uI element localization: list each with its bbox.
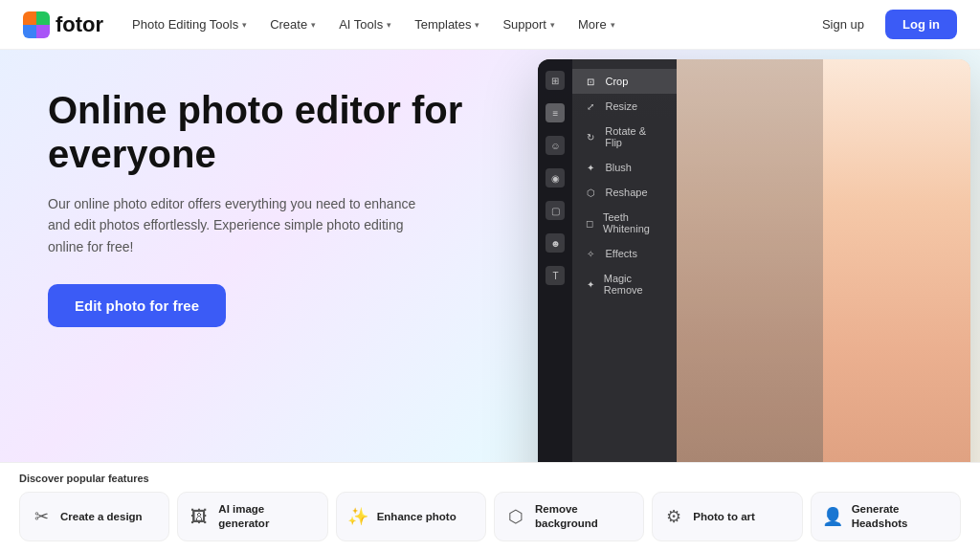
nav-item-label: Create [270,17,307,32]
sidebar-icon-face[interactable]: ☺ [546,136,565,155]
logo-icon [23,11,50,38]
feature-card-2[interactable]: ✨ Enhance photo [336,492,486,541]
sidebar-menu-item-blush[interactable]: ✦Blush [572,155,676,180]
feature-label-4: Photo to art [693,510,755,524]
nav-item-label: Templates [414,17,471,32]
sidebar-menu-item-rotate-&-flip[interactable]: ↻Rotate & Flip [572,119,676,155]
sidebar-menu-item-resize[interactable]: ⤢Resize [572,94,676,119]
nav-right: Sign up Log in [811,10,957,39]
feature-icon-3: ⬡ [504,506,527,527]
nav-item-label: More [578,17,607,32]
nav-item-label: AI Tools [339,17,383,32]
sidebar-icon-adjust[interactable]: ≡ [546,103,565,122]
feature-label-5: Generate Headshots [852,502,950,531]
chevron-down-icon: ▾ [475,20,479,30]
menu-icon: ⊡ [584,77,597,87]
features-bar: Discover popular features ✂ Create a des… [0,462,980,551]
menu-item-label: Magic Remove [604,273,665,296]
sidebar-icon-eye[interactable]: ◉ [546,168,565,187]
nav-links: Photo Editing Tools▾Create▾AI Tools▾Temp… [122,11,811,37]
hero-title: Online photo editor for everyone [48,88,471,176]
hero-description: Our online photo editor offers everythin… [48,193,431,257]
feature-label-3: Remove background [535,502,634,531]
nav-item-support[interactable]: Support▾ [493,11,565,37]
menu-icon: ✦ [584,279,595,290]
feature-card-5[interactable]: 👤 Generate Headshots [811,492,961,541]
feature-icon-1: 🖼 [188,507,211,527]
feature-card-1[interactable]: 🖼 AI image generator [177,492,327,541]
features-section-label: Discover popular features [19,473,961,484]
sidebar-menu-item-teeth-whitening[interactable]: ◻Teeth Whitening [572,205,676,241]
sidebar-icon-crop[interactable]: ⊞ [546,71,565,90]
nav-item-more[interactable]: More▾ [568,11,625,37]
nav-item-templates[interactable]: Templates▾ [405,11,489,37]
sidebar-icon-frame[interactable]: ▢ [546,201,565,220]
sidebar-menu-item-effects[interactable]: ✧Effects [572,241,676,266]
sidebar-icon-people[interactable]: ☻ [546,233,565,253]
feature-label-1: AI image generator [218,502,317,531]
feature-icon-4: ⚙ [662,506,685,527]
menu-icon: ✧ [584,249,597,259]
menu-icon: ◻ [584,218,595,229]
feature-icon-0: ✂ [30,506,53,527]
feature-label-0: Create a design [60,510,143,524]
feature-card-4[interactable]: ⚙ Photo to art [652,492,802,541]
login-button[interactable]: Log in [885,10,957,39]
feature-card-0[interactable]: ✂ Create a design [19,492,169,541]
menu-item-label: Effects [605,248,636,259]
feature-label-2: Enhance photo [377,510,457,524]
feature-icon-2: ✨ [346,506,369,527]
chevron-down-icon: ▾ [550,20,555,30]
chevron-down-icon: ▾ [242,20,247,30]
nav-item-photo-editing-tools[interactable]: Photo Editing Tools▾ [122,11,256,37]
edit-photo-button[interactable]: Edit photo for free [48,284,226,327]
menu-icon: ✦ [584,163,597,173]
navbar: fotor Photo Editing Tools▾Create▾AI Tool… [0,0,980,50]
nav-item-ai-tools[interactable]: AI Tools▾ [329,11,401,37]
sidebar-menu-item-crop[interactable]: ⊡Crop [572,69,676,94]
signup-button[interactable]: Sign up [811,11,876,37]
sidebar-menu-item-magic-remove[interactable]: ✦Magic Remove [572,266,676,302]
feature-icon-5: 👤 [821,506,844,527]
logo-text: fotor [56,12,103,37]
menu-item-label: Resize [605,100,637,112]
logo[interactable]: fotor [23,11,103,38]
chevron-down-icon: ▾ [387,20,391,30]
menu-icon: ⬡ [584,187,597,198]
chevron-down-icon: ▾ [611,20,615,30]
menu-item-label: Blush [605,162,632,173]
menu-icon: ⤢ [584,101,597,112]
hero-section: Online photo editor for everyone Our onl… [0,50,980,551]
sidebar-icon-text[interactable]: T [546,266,565,285]
nav-item-label: Photo Editing Tools [132,17,238,32]
nav-item-label: Support [502,17,546,32]
menu-item-label: Teeth Whitening [603,211,665,234]
nav-item-create[interactable]: Create▾ [260,11,325,37]
features-grid: ✂ Create a design 🖼 AI image generator ✨… [19,492,961,541]
menu-item-label: Crop [605,76,628,87]
menu-item-label: Reshape [605,187,647,198]
sidebar-menu-item-reshape[interactable]: ⬡Reshape [572,180,676,205]
chevron-down-icon: ▾ [311,20,316,30]
menu-item-label: Rotate & Flip [605,125,665,148]
menu-icon: ↻ [584,132,597,143]
feature-card-3[interactable]: ⬡ Remove background [494,492,644,541]
